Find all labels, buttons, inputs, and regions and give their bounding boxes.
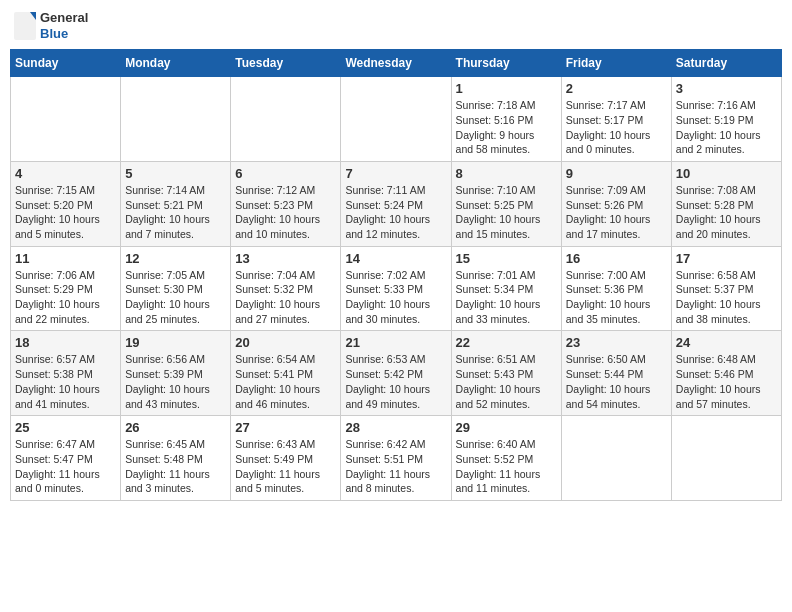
calendar-cell: 17Sunrise: 6:58 AM Sunset: 5:37 PM Dayli…	[671, 246, 781, 331]
calendar-cell: 8Sunrise: 7:10 AM Sunset: 5:25 PM Daylig…	[451, 161, 561, 246]
day-info: Sunrise: 6:40 AM Sunset: 5:52 PM Dayligh…	[456, 437, 557, 496]
day-number: 4	[15, 166, 116, 181]
calendar-cell	[341, 77, 451, 162]
calendar-cell	[121, 77, 231, 162]
day-info: Sunrise: 7:05 AM Sunset: 5:30 PM Dayligh…	[125, 268, 226, 327]
day-number: 13	[235, 251, 336, 266]
day-info: Sunrise: 6:45 AM Sunset: 5:48 PM Dayligh…	[125, 437, 226, 496]
day-number: 21	[345, 335, 446, 350]
day-number: 14	[345, 251, 446, 266]
day-info: Sunrise: 6:51 AM Sunset: 5:43 PM Dayligh…	[456, 352, 557, 411]
calendar-cell: 9Sunrise: 7:09 AM Sunset: 5:26 PM Daylig…	[561, 161, 671, 246]
day-number: 7	[345, 166, 446, 181]
calendar-cell	[231, 77, 341, 162]
day-number: 28	[345, 420, 446, 435]
day-info: Sunrise: 6:42 AM Sunset: 5:51 PM Dayligh…	[345, 437, 446, 496]
day-info: Sunrise: 7:08 AM Sunset: 5:28 PM Dayligh…	[676, 183, 777, 242]
day-info: Sunrise: 7:02 AM Sunset: 5:33 PM Dayligh…	[345, 268, 446, 327]
calendar-cell: 27Sunrise: 6:43 AM Sunset: 5:49 PM Dayli…	[231, 416, 341, 501]
column-header-sunday: Sunday	[11, 50, 121, 77]
calendar-cell: 1Sunrise: 7:18 AM Sunset: 5:16 PM Daylig…	[451, 77, 561, 162]
day-info: Sunrise: 6:54 AM Sunset: 5:41 PM Dayligh…	[235, 352, 336, 411]
day-info: Sunrise: 6:50 AM Sunset: 5:44 PM Dayligh…	[566, 352, 667, 411]
logo-text: General Blue	[40, 10, 88, 41]
day-number: 16	[566, 251, 667, 266]
calendar-cell: 12Sunrise: 7:05 AM Sunset: 5:30 PM Dayli…	[121, 246, 231, 331]
logo: General Blue	[14, 10, 88, 41]
calendar-cell: 26Sunrise: 6:45 AM Sunset: 5:48 PM Dayli…	[121, 416, 231, 501]
column-header-thursday: Thursday	[451, 50, 561, 77]
day-info: Sunrise: 7:15 AM Sunset: 5:20 PM Dayligh…	[15, 183, 116, 242]
calendar-cell: 4Sunrise: 7:15 AM Sunset: 5:20 PM Daylig…	[11, 161, 121, 246]
day-info: Sunrise: 6:47 AM Sunset: 5:47 PM Dayligh…	[15, 437, 116, 496]
day-info: Sunrise: 6:57 AM Sunset: 5:38 PM Dayligh…	[15, 352, 116, 411]
day-number: 15	[456, 251, 557, 266]
column-header-saturday: Saturday	[671, 50, 781, 77]
calendar-table: SundayMondayTuesdayWednesdayThursdayFrid…	[10, 49, 782, 501]
day-number: 26	[125, 420, 226, 435]
calendar-cell: 22Sunrise: 6:51 AM Sunset: 5:43 PM Dayli…	[451, 331, 561, 416]
day-info: Sunrise: 7:04 AM Sunset: 5:32 PM Dayligh…	[235, 268, 336, 327]
calendar-cell: 29Sunrise: 6:40 AM Sunset: 5:52 PM Dayli…	[451, 416, 561, 501]
svg-rect-0	[14, 12, 36, 40]
calendar-cell: 18Sunrise: 6:57 AM Sunset: 5:38 PM Dayli…	[11, 331, 121, 416]
day-number: 24	[676, 335, 777, 350]
calendar-cell: 20Sunrise: 6:54 AM Sunset: 5:41 PM Dayli…	[231, 331, 341, 416]
day-info: Sunrise: 6:56 AM Sunset: 5:39 PM Dayligh…	[125, 352, 226, 411]
day-number: 1	[456, 81, 557, 96]
calendar-cell: 3Sunrise: 7:16 AM Sunset: 5:19 PM Daylig…	[671, 77, 781, 162]
day-number: 11	[15, 251, 116, 266]
day-info: Sunrise: 6:43 AM Sunset: 5:49 PM Dayligh…	[235, 437, 336, 496]
calendar-cell: 28Sunrise: 6:42 AM Sunset: 5:51 PM Dayli…	[341, 416, 451, 501]
day-info: Sunrise: 7:17 AM Sunset: 5:17 PM Dayligh…	[566, 98, 667, 157]
calendar-header-row: SundayMondayTuesdayWednesdayThursdayFrid…	[11, 50, 782, 77]
calendar-cell: 23Sunrise: 6:50 AM Sunset: 5:44 PM Dayli…	[561, 331, 671, 416]
day-number: 2	[566, 81, 667, 96]
day-number: 19	[125, 335, 226, 350]
day-number: 18	[15, 335, 116, 350]
logo-container: General Blue	[14, 10, 88, 41]
logo-icon	[14, 12, 38, 40]
week-row-5: 25Sunrise: 6:47 AM Sunset: 5:47 PM Dayli…	[11, 416, 782, 501]
calendar-cell: 19Sunrise: 6:56 AM Sunset: 5:39 PM Dayli…	[121, 331, 231, 416]
calendar-cell: 13Sunrise: 7:04 AM Sunset: 5:32 PM Dayli…	[231, 246, 341, 331]
day-info: Sunrise: 7:06 AM Sunset: 5:29 PM Dayligh…	[15, 268, 116, 327]
day-number: 10	[676, 166, 777, 181]
day-number: 23	[566, 335, 667, 350]
day-number: 9	[566, 166, 667, 181]
week-row-2: 4Sunrise: 7:15 AM Sunset: 5:20 PM Daylig…	[11, 161, 782, 246]
day-info: Sunrise: 7:10 AM Sunset: 5:25 PM Dayligh…	[456, 183, 557, 242]
day-info: Sunrise: 6:48 AM Sunset: 5:46 PM Dayligh…	[676, 352, 777, 411]
week-row-3: 11Sunrise: 7:06 AM Sunset: 5:29 PM Dayli…	[11, 246, 782, 331]
calendar-cell: 16Sunrise: 7:00 AM Sunset: 5:36 PM Dayli…	[561, 246, 671, 331]
calendar-cell: 5Sunrise: 7:14 AM Sunset: 5:21 PM Daylig…	[121, 161, 231, 246]
day-info: Sunrise: 7:01 AM Sunset: 5:34 PM Dayligh…	[456, 268, 557, 327]
day-info: Sunrise: 7:12 AM Sunset: 5:23 PM Dayligh…	[235, 183, 336, 242]
day-number: 12	[125, 251, 226, 266]
calendar-cell: 6Sunrise: 7:12 AM Sunset: 5:23 PM Daylig…	[231, 161, 341, 246]
week-row-4: 18Sunrise: 6:57 AM Sunset: 5:38 PM Dayli…	[11, 331, 782, 416]
column-header-friday: Friday	[561, 50, 671, 77]
day-number: 29	[456, 420, 557, 435]
day-info: Sunrise: 6:58 AM Sunset: 5:37 PM Dayligh…	[676, 268, 777, 327]
day-number: 17	[676, 251, 777, 266]
day-number: 8	[456, 166, 557, 181]
day-number: 3	[676, 81, 777, 96]
day-info: Sunrise: 6:53 AM Sunset: 5:42 PM Dayligh…	[345, 352, 446, 411]
column-header-wednesday: Wednesday	[341, 50, 451, 77]
page-header: General Blue	[10, 10, 782, 41]
day-number: 5	[125, 166, 226, 181]
day-info: Sunrise: 7:16 AM Sunset: 5:19 PM Dayligh…	[676, 98, 777, 157]
day-info: Sunrise: 7:00 AM Sunset: 5:36 PM Dayligh…	[566, 268, 667, 327]
day-info: Sunrise: 7:11 AM Sunset: 5:24 PM Dayligh…	[345, 183, 446, 242]
calendar-cell: 15Sunrise: 7:01 AM Sunset: 5:34 PM Dayli…	[451, 246, 561, 331]
calendar-cell: 2Sunrise: 7:17 AM Sunset: 5:17 PM Daylig…	[561, 77, 671, 162]
day-number: 22	[456, 335, 557, 350]
calendar-cell: 7Sunrise: 7:11 AM Sunset: 5:24 PM Daylig…	[341, 161, 451, 246]
calendar-cell: 24Sunrise: 6:48 AM Sunset: 5:46 PM Dayli…	[671, 331, 781, 416]
day-number: 27	[235, 420, 336, 435]
calendar-cell: 10Sunrise: 7:08 AM Sunset: 5:28 PM Dayli…	[671, 161, 781, 246]
day-info: Sunrise: 7:14 AM Sunset: 5:21 PM Dayligh…	[125, 183, 226, 242]
column-header-tuesday: Tuesday	[231, 50, 341, 77]
column-header-monday: Monday	[121, 50, 231, 77]
